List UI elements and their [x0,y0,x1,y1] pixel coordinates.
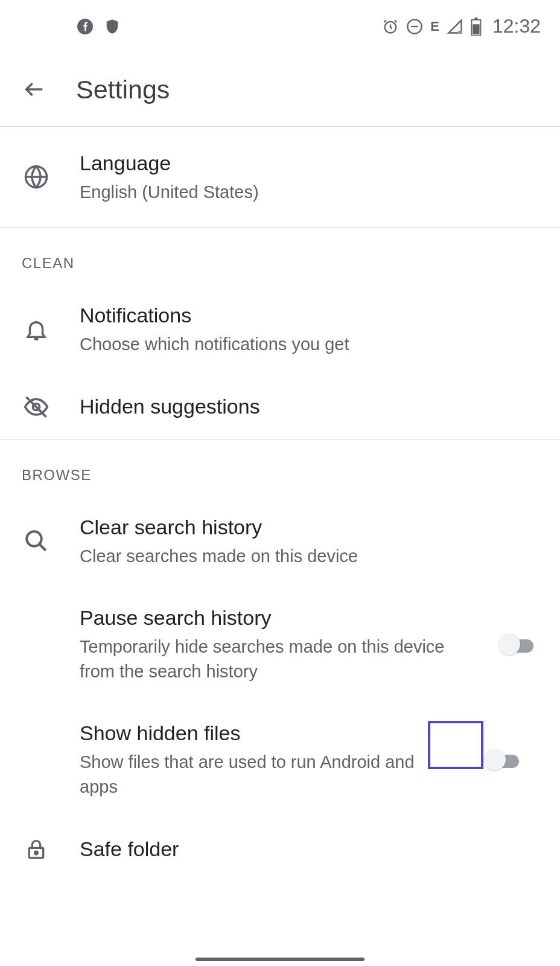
back-button[interactable] [22,77,47,102]
network-type-label: E [430,19,439,34]
svg-point-11 [35,852,38,855]
clear-search-sub: Clear searches made on this device [80,544,538,569]
clear-search-history-item[interactable]: Clear search history Clear searches made… [0,496,560,586]
page-title: Settings [76,75,170,104]
facebook-icon [77,19,93,34]
hidden-suggestions-item[interactable]: Hidden suggestions [0,375,560,439]
notifications-sub: Choose which notifications you get [80,332,538,357]
status-bar: E 12:32 [0,0,560,53]
show-hidden-files-toggle[interactable] [484,749,524,770]
bell-icon [22,317,51,342]
svg-point-9 [27,531,42,546]
clock-time: 12:32 [492,15,541,37]
svg-rect-5 [474,18,477,20]
pause-search-toggle[interactable] [498,633,538,655]
app-bar: Settings [0,53,560,127]
hidden-suggestions-title: Hidden suggestions [80,393,538,421]
signal-icon [447,18,463,35]
pause-search-title: Pause search history [80,604,469,632]
nav-handle[interactable] [196,958,364,961]
language-item[interactable]: Language English (United States) [0,127,560,227]
svg-rect-6 [472,24,479,34]
section-header-clean: CLEAN [0,228,560,284]
arrow-left-icon [22,77,46,101]
lock-icon [22,837,51,861]
language-value: English (United States) [80,180,538,205]
pause-search-history-item[interactable]: Pause search history Temporarily hide se… [0,586,560,702]
notifications-item[interactable]: Notifications Choose which notifications… [0,284,560,374]
section-header-browse: BROWSE [0,440,560,496]
clear-search-title: Clear search history [80,514,538,542]
show-hidden-title: Show hidden files [80,720,455,747]
search-icon [22,528,51,554]
globe-icon [22,164,51,190]
notifications-title: Notifications [80,302,538,330]
safe-folder-item[interactable]: Safe folder [0,817,560,881]
dnd-icon [406,18,423,35]
safe-folder-title: Safe folder [80,836,538,863]
show-hidden-files-item[interactable]: Show hidden files Show files that are us… [0,702,560,817]
battery-icon [471,18,482,36]
shield-icon [104,18,121,35]
language-title: Language [80,150,538,178]
pause-search-sub: Temporarily hide searches made on this d… [80,635,469,683]
eye-off-icon [22,394,51,420]
show-hidden-sub: Show files that are used to run Android … [80,750,455,799]
alarm-icon [382,18,399,35]
